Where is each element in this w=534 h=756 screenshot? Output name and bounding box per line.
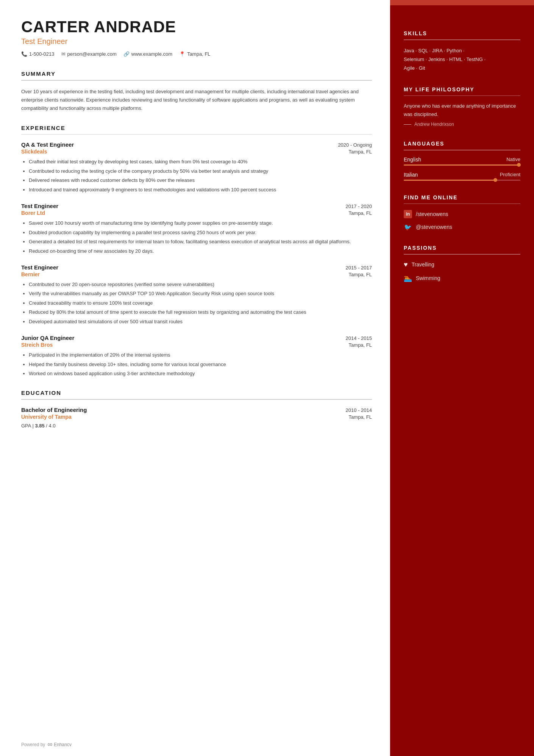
- job-4-role: Junior QA Engineer: [21, 335, 74, 341]
- gpa-max: 4.0: [49, 423, 56, 429]
- philosophy-title: MY LIFE PHILOSOPHY: [404, 86, 520, 92]
- bullet: Verify the vulnerabilities manually as p…: [29, 290, 372, 297]
- edu-sub: University of Tampa Tampa, FL: [21, 414, 372, 420]
- job-4-location: Tampa, FL: [349, 342, 372, 348]
- linkedin-handle: /stevenowens: [416, 211, 448, 217]
- job-1: QA & Test Engineer 2020 - Ongoing Slickd…: [21, 141, 372, 194]
- language-english: English Native: [404, 157, 520, 166]
- education-item-1: Bachelor of Engineering 2010 - 2014 Univ…: [21, 407, 372, 429]
- job-1-bullets: Crafted their initial test strategy by d…: [21, 158, 372, 194]
- skills-section: SKILLS Java · SQL · JIRA · Python · Sele…: [404, 30, 520, 73]
- job-4-sub: Streich Bros Tampa, FL: [21, 342, 372, 348]
- skills-line-1: Java · SQL · JIRA · Python ·: [404, 46, 520, 55]
- job-4: Junior QA Engineer 2014 - 2015 Streich B…: [21, 335, 372, 377]
- job-1-dates: 2020 - Ongoing: [338, 142, 372, 148]
- bullet: Created traceability matrix to ensure 10…: [29, 299, 372, 307]
- twitter-icon-text: 🐦: [404, 224, 412, 231]
- social-twitter: 🐦 @stevenowens: [404, 223, 520, 231]
- job-4-header: Junior QA Engineer 2014 - 2015: [21, 335, 372, 341]
- education-title: EDUCATION: [21, 390, 372, 396]
- experience-divider: [21, 134, 372, 135]
- job-1-company: Slickdeals: [21, 149, 47, 155]
- edu-gpa: GPA | 3.85 / 4.0: [21, 423, 372, 429]
- gpa-value: 3.85: [35, 423, 44, 429]
- skills-line-2: Selenium · Jenkins · HTML · TestNG ·: [404, 55, 520, 64]
- linkedin-icon: in: [404, 210, 412, 218]
- header-section: CARTER ANDRADE Test Engineer 📞 1-500-021…: [21, 18, 372, 57]
- experience-title: EXPERIENCE: [21, 125, 372, 131]
- bullet: Participated in the implementation of 20…: [29, 351, 372, 359]
- job-4-bullets: Participated in the implementation of 20…: [21, 351, 372, 377]
- left-column: CARTER ANDRADE Test Engineer 📞 1-500-021…: [0, 0, 390, 756]
- location-contact: 📍 Tampa, FL: [179, 51, 210, 57]
- location-text: Tampa, FL: [187, 51, 210, 57]
- phone-contact: 📞 1-500-0213: [21, 51, 55, 57]
- bullet: Helped the family business develop 10+ s…: [29, 360, 372, 368]
- social-title: FIND ME ONLINE: [404, 194, 520, 200]
- job-3-header: Test Engineer 2015 - 2017: [21, 264, 372, 271]
- enhancv-icon: ∞: [47, 740, 52, 748]
- bullet: Contributed to over 20 open-source repos…: [29, 280, 372, 288]
- candidate-title: Test Engineer: [21, 37, 372, 46]
- job-2-sub: Borer Ltd Tampa, FL: [21, 210, 372, 216]
- website-url: www.example.com: [131, 51, 172, 57]
- social-linkedin: in /stevenowens: [404, 210, 520, 218]
- philosophy-quote: Anyone who has ever made anything of imp…: [404, 102, 520, 119]
- lang-italian-bar-dot: [493, 178, 497, 182]
- passion-travelling: ♥ Travelling: [404, 261, 520, 269]
- bullet: Developed automated test simulations of …: [29, 318, 372, 326]
- edu-header: Bachelor of Engineering 2010 - 2014: [21, 407, 372, 413]
- email-contact: ✉ person@example.com: [61, 51, 117, 57]
- lang-english-name: English: [404, 157, 421, 163]
- job-2-location: Tampa, FL: [349, 210, 372, 216]
- lang-italian-bar-fill: [404, 180, 497, 181]
- summary-divider: [21, 80, 372, 81]
- job-2-company: Borer Ltd: [21, 210, 45, 216]
- linkedin-icon-text: in: [406, 211, 410, 217]
- job-3-company: Bernier: [21, 271, 40, 277]
- edu-degree: Bachelor of Engineering: [21, 407, 87, 413]
- lang-english-bar-bg: [404, 164, 520, 166]
- job-4-dates: 2014 - 2015: [346, 335, 372, 341]
- job-1-header: QA & Test Engineer 2020 - Ongoing: [21, 141, 372, 148]
- bullet: Crafted their initial test strategy by d…: [29, 158, 372, 166]
- phone-icon: 📞: [21, 51, 27, 57]
- passion-swimming-label: Swimming: [416, 275, 440, 281]
- gpa-label: GPA: [21, 423, 31, 429]
- social-section: FIND ME ONLINE in /stevenowens 🐦 @steven…: [404, 194, 520, 232]
- heart-icon: ♥: [404, 261, 408, 269]
- location-icon: 📍: [179, 51, 185, 57]
- lang-italian-level: Proficient: [500, 172, 520, 177]
- education-section: EDUCATION Bachelor of Engineering 2010 -…: [21, 390, 372, 429]
- summary-title: SUMMARY: [21, 70, 372, 77]
- skills-text: Java · SQL · JIRA · Python · Selenium · …: [404, 46, 520, 73]
- bullet: Doubled production capability by impleme…: [29, 229, 372, 236]
- philosophy-section: MY LIFE PHILOSOPHY Anyone who has ever m…: [404, 86, 520, 127]
- experience-section: EXPERIENCE QA & Test Engineer 2020 - Ong…: [21, 125, 372, 378]
- job-3-bullets: Contributed to over 20 open-source repos…: [21, 280, 372, 326]
- right-column: SKILLS Java · SQL · JIRA · Python · Sele…: [390, 0, 534, 756]
- job-2-header: Test Engineer 2017 - 2020: [21, 203, 372, 209]
- job-3: Test Engineer 2015 - 2017 Bernier Tampa,…: [21, 264, 372, 326]
- passions-title: PASSIONS: [404, 245, 520, 251]
- bullet: Reduced by 80% the total amount of time …: [29, 308, 372, 316]
- phone-number: 1-500-0213: [29, 51, 55, 57]
- job-1-location: Tampa, FL: [349, 149, 372, 155]
- website-icon: 🔗: [123, 51, 130, 57]
- website-contact: 🔗 www.example.com: [123, 51, 172, 57]
- skills-line-3: Agile · Git: [404, 64, 520, 72]
- twitter-icon: 🐦: [404, 223, 412, 231]
- social-divider: [404, 203, 520, 204]
- skills-title: SKILLS: [404, 30, 520, 36]
- footer-left: Powered by ∞ Enhancv: [21, 740, 72, 748]
- languages-title: LANGUAGES: [404, 141, 520, 147]
- job-3-location: Tampa, FL: [349, 272, 372, 277]
- edu-dates: 2010 - 2014: [346, 407, 372, 413]
- bullet: Worked on windows based application usin…: [29, 369, 372, 377]
- email-address: person@example.com: [67, 51, 117, 57]
- passions-section: PASSIONS ♥ Travelling 🏊 Swimming: [404, 245, 520, 282]
- job-1-role: QA & Test Engineer: [21, 141, 74, 148]
- philosophy-dash: [404, 124, 411, 125]
- skills-divider: [404, 39, 520, 40]
- lang-italian-bar-bg: [404, 180, 520, 181]
